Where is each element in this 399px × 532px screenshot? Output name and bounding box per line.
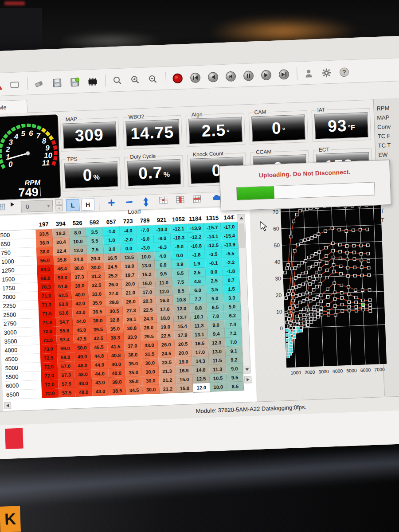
map-cell[interactable]: 54.7 xyxy=(56,317,73,326)
map-cell[interactable]: 13.1 xyxy=(191,330,208,339)
map-cell[interactable]: 72.0 xyxy=(39,327,56,336)
map-cell[interactable]: 24.5 xyxy=(104,262,121,271)
map-cell[interactable]: 72.5 xyxy=(39,336,57,345)
map-cell[interactable]: 31.5 xyxy=(141,349,159,359)
map-cell[interactable]: -1.8 xyxy=(188,250,205,259)
map-cell[interactable]: 14.3 xyxy=(192,356,209,366)
map-cell[interactable]: 44.8 xyxy=(91,351,108,360)
map-cell[interactable]: 55.0 xyxy=(36,256,54,265)
map-cell[interactable]: 4.0 xyxy=(154,251,172,261)
map-cell[interactable]: 71.3 xyxy=(38,300,55,309)
table-value-dropdown[interactable]: 0▾ xyxy=(21,200,53,213)
map-cell[interactable]: 36.0 xyxy=(125,350,142,359)
map-cell[interactable]: -5.0 xyxy=(137,234,154,243)
map-cell[interactable]: 12.0 xyxy=(193,383,211,392)
map-cell[interactable]: 11.3 xyxy=(191,321,208,330)
map-cell[interactable]: 48.0 xyxy=(75,387,93,397)
map-cell[interactable]: 18.2 xyxy=(52,228,70,238)
map-cell[interactable]: 16.5 xyxy=(104,253,121,262)
pause-icon[interactable] xyxy=(242,69,255,82)
map-cell[interactable]: 38.5 xyxy=(109,386,126,395)
map-cell[interactable]: 9.0 xyxy=(207,320,225,329)
map-cell[interactable]: 47.5 xyxy=(73,334,90,344)
map-cell[interactable]: 16.0 xyxy=(139,278,156,288)
map-cell[interactable]: 3.9 xyxy=(172,259,189,269)
map-cell[interactable]: 2.5 xyxy=(189,268,206,277)
interpolate-updown-icon[interactable] xyxy=(142,197,150,208)
map-cell[interactable]: 33.9 xyxy=(124,332,141,341)
map-cell[interactable]: 18.0 xyxy=(157,313,174,323)
map-cell[interactable]: 48.0 xyxy=(75,379,92,388)
map-cell[interactable]: -15.4 xyxy=(221,231,239,240)
map-cell[interactable]: 52.5 xyxy=(55,290,72,300)
channel-item[interactable]: RPM xyxy=(376,104,399,114)
map-cell[interactable]: 42.0 xyxy=(72,299,89,308)
map-cell[interactable]: 24.0 xyxy=(70,254,87,264)
map-cell[interactable]: 16.0 xyxy=(156,296,173,305)
map-cell[interactable]: -8.0 xyxy=(154,234,171,243)
map-cell[interactable]: 72.0 xyxy=(42,389,59,398)
map-cell[interactable]: -14.1 xyxy=(204,231,222,241)
load-col-header[interactable]: 1447 xyxy=(220,212,238,223)
chip-icon[interactable] xyxy=(86,75,99,89)
channel-item[interactable]: MAP xyxy=(377,113,399,124)
map-cell[interactable]: -1.8 xyxy=(223,266,240,276)
map-cell[interactable]: 0.7 xyxy=(223,275,240,285)
save-new-icon[interactable] xyxy=(68,75,82,89)
map-cell[interactable]: 14.0 xyxy=(192,365,210,375)
scroll-right-button[interactable] xyxy=(244,376,252,383)
map-cell[interactable]: -5.5 xyxy=(222,249,239,258)
map-cell[interactable]: 34.5 xyxy=(126,385,143,395)
map-cell[interactable]: 21.2 xyxy=(160,384,177,394)
map-cell[interactable]: 21.2 xyxy=(159,376,176,385)
map-cell[interactable]: 39.0 xyxy=(109,377,126,387)
map-cell[interactable]: 7.5 xyxy=(87,245,104,254)
map-cell[interactable]: -2.2 xyxy=(222,258,239,267)
map-cell[interactable]: 8.0 xyxy=(69,228,86,237)
map-cell[interactable]: 27.0 xyxy=(105,289,122,298)
map-cell[interactable]: 13.0 xyxy=(208,347,226,356)
map-cell[interactable]: 26.0 xyxy=(158,340,175,349)
map-cell[interactable]: 1.9 xyxy=(188,259,206,268)
map-cell[interactable]: 32.8 xyxy=(106,315,124,325)
map-cell[interactable]: 9.5 xyxy=(227,373,244,382)
map-cell[interactable]: 5.0 xyxy=(207,293,224,303)
map-cell[interactable]: 35.0 xyxy=(106,324,124,333)
map-cell[interactable]: 20.3 xyxy=(139,296,156,305)
map-cell[interactable]: 37.0 xyxy=(124,341,141,350)
map-cell[interactable]: 7.0 xyxy=(225,337,243,347)
map-cell[interactable]: -4.0 xyxy=(120,226,137,235)
map-cell[interactable]: 59.0 xyxy=(57,344,74,353)
channel-item[interactable]: TC T xyxy=(378,141,399,152)
map-cell[interactable]: 7.8 xyxy=(207,311,224,321)
load-col-header[interactable]: 789 xyxy=(136,215,153,226)
user-icon[interactable] xyxy=(302,66,316,80)
map-cell[interactable]: 3.3 xyxy=(223,293,241,302)
map-cell[interactable]: -0.1 xyxy=(205,258,223,267)
map-cell[interactable]: 57.3 xyxy=(58,370,75,379)
map-cell[interactable]: 22.5 xyxy=(140,305,157,314)
map-cell[interactable]: 15.4 xyxy=(174,321,191,331)
load-col-header[interactable]: 1184 xyxy=(187,214,204,224)
map-cell[interactable]: 8.5 xyxy=(227,382,244,391)
map-cell[interactable]: 35.9 xyxy=(89,298,106,307)
select-column-icon[interactable] xyxy=(176,196,185,205)
map-cell[interactable]: 10.0 xyxy=(70,237,87,246)
map-cell[interactable]: 38.0 xyxy=(90,316,107,325)
map-cell[interactable]: 13.0 xyxy=(138,261,155,270)
skip-start-icon[interactable] xyxy=(188,71,202,85)
map-cell[interactable]: 7.5 xyxy=(172,277,190,286)
map-cell[interactable]: 5.5 xyxy=(172,268,189,278)
map-cell[interactable]: 32.5 xyxy=(88,280,106,289)
map-cell[interactable]: 70.3 xyxy=(38,282,55,292)
map-cell[interactable]: 19.0 xyxy=(157,322,174,332)
map-cell[interactable]: 22.4 xyxy=(53,246,70,255)
map-cell[interactable]: -13.9 xyxy=(221,240,239,249)
map-cell[interactable]: 3.5 xyxy=(86,227,103,236)
map-cell[interactable]: 35.0 xyxy=(125,359,142,368)
map-cell[interactable]: 38.3 xyxy=(107,333,124,342)
map-cell[interactable]: 12.5 xyxy=(193,374,210,383)
map-cell[interactable]: 5.0 xyxy=(224,302,241,311)
zoom-icon[interactable] xyxy=(110,74,124,87)
map-cell[interactable]: 27.3 xyxy=(123,306,140,315)
